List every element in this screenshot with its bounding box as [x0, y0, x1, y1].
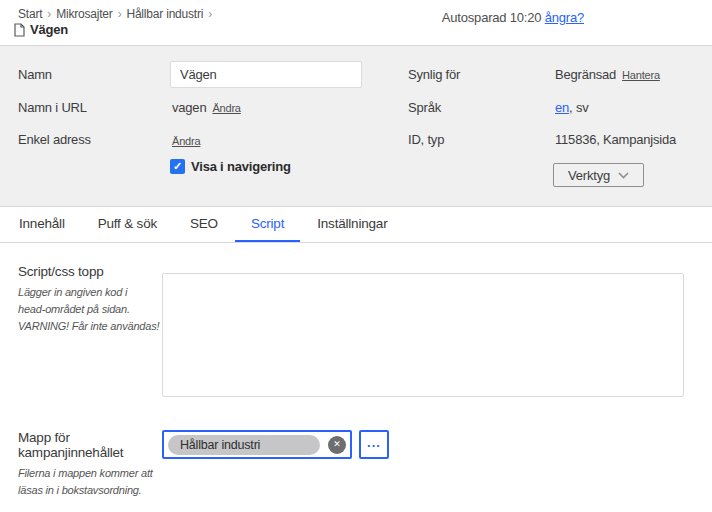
chevron-down-icon: [618, 172, 629, 179]
script-css-top-helper: Lägger in angiven kod i head-området på …: [18, 284, 162, 335]
url-name-label: Namn i URL: [18, 100, 87, 115]
page-title: Vägen: [30, 22, 68, 37]
url-name-text: vagen: [172, 100, 206, 115]
document-icon: [14, 23, 25, 37]
visible-for-value: BegränsadHantera: [555, 67, 660, 82]
header: Start›Mikrosajter›Hållbar industri› Väge…: [0, 0, 712, 45]
script-css-top-field: Script/css topp Lägger in angiven kod i …: [18, 264, 712, 397]
page-meta-panel: Namn Namn i URL vagenÄndra Enkel adress …: [0, 45, 712, 207]
tab-innehall[interactable]: Innehåll: [3, 207, 81, 242]
breadcrumb-separator: ›: [118, 7, 122, 21]
visible-for-text: Begränsad: [555, 67, 616, 82]
breadcrumb-separator: ›: [47, 7, 51, 21]
undo-link[interactable]: ångra?: [545, 10, 584, 25]
tools-dropdown[interactable]: Verktyg: [553, 163, 644, 187]
label-line: kampanjinnehållet: [18, 445, 162, 460]
script-css-top-label: Script/css topp: [18, 264, 162, 279]
tools-dropdown-label: Verktyg: [568, 168, 610, 183]
helper-line: VARNING! Får inte användas!: [18, 318, 162, 335]
show-in-navigation-checkbox[interactable]: ✓: [170, 159, 185, 174]
script-css-top-label-col: Script/css topp Lägger in angiven kod i …: [18, 264, 162, 335]
campaign-folder-picker[interactable]: Hållbar industri ✕: [162, 430, 352, 459]
tab-bar: Innehåll Puff & sök SEO Script Inställni…: [0, 207, 712, 243]
breadcrumb-separator: ›: [208, 7, 212, 21]
visible-for-label: Synlig för: [408, 67, 460, 82]
breadcrumb-item-start[interactable]: Start: [18, 7, 42, 21]
breadcrumb-item-hallbar-industri[interactable]: Hållbar industri: [126, 7, 203, 21]
breadcrumb-item-mikrosajter[interactable]: Mikrosajter: [56, 7, 112, 21]
selected-folder-pill: Hållbar industri: [168, 435, 320, 455]
id-type-label: ID, typ: [408, 132, 444, 147]
campaign-folder-picker-group: Hållbar industri ✕ ...: [162, 430, 389, 459]
helper-line: head-området på sidan.: [18, 301, 162, 318]
autosave-text: Autosparad 10:20: [442, 10, 541, 25]
browse-folder-button[interactable]: ...: [359, 430, 389, 459]
simple-address-edit-link[interactable]: Ändra: [172, 135, 200, 147]
url-name-value: vagenÄndra: [172, 100, 241, 115]
tab-script[interactable]: Script: [235, 207, 300, 242]
tab-content-script: Script/css topp Lägger in angiven kod i …: [0, 264, 712, 499]
language-en-link[interactable]: en: [555, 100, 569, 115]
tab-installningar[interactable]: Inställningar: [301, 207, 403, 242]
tab-seo[interactable]: SEO: [174, 207, 234, 242]
campaign-folder-label-col: Mapp för kampanjinnehållet Filerna i map…: [18, 430, 162, 499]
script-css-top-textarea[interactable]: [162, 273, 684, 397]
language-value: en, sv: [555, 100, 589, 115]
page-container: Start›Mikrosajter›Hållbar industri› Väge…: [0, 0, 712, 512]
breadcrumb: Start›Mikrosajter›Hållbar industri›: [18, 7, 217, 21]
url-name-edit-link[interactable]: Ändra: [212, 102, 240, 114]
simple-address-label: Enkel adress: [18, 132, 91, 147]
helper-line: Filerna i mappen kommer att: [18, 465, 162, 482]
language-label: Språk: [408, 100, 441, 115]
show-in-navigation-row[interactable]: ✓ Visa i navigering: [170, 159, 291, 174]
show-in-navigation-label: Visa i navigering: [191, 159, 291, 174]
campaign-folder-label: Mapp för kampanjinnehållet: [18, 430, 162, 460]
id-type-value: 115836, Kampanjsida: [555, 132, 676, 147]
name-input[interactable]: [170, 61, 362, 88]
helper-line: Lägger in angiven kod i: [18, 284, 162, 301]
visible-for-manage-link[interactable]: Hantera: [622, 69, 660, 81]
remove-folder-button[interactable]: ✕: [328, 436, 346, 454]
campaign-folder-field: Mapp för kampanjinnehållet Filerna i map…: [18, 430, 712, 499]
page-title-row: Vägen: [14, 22, 68, 37]
helper-line: läsas in i bokstavsordning.: [18, 482, 162, 499]
autosave-status: Autosparad 10:20 ångra?: [442, 10, 584, 25]
tab-puff-sok[interactable]: Puff & sök: [82, 207, 173, 242]
campaign-folder-helper: Filerna i mappen kommer att läsas in i b…: [18, 465, 162, 499]
label-line: Mapp för: [18, 430, 162, 445]
language-rest-text: , sv: [569, 100, 588, 115]
name-label: Namn: [18, 67, 52, 82]
